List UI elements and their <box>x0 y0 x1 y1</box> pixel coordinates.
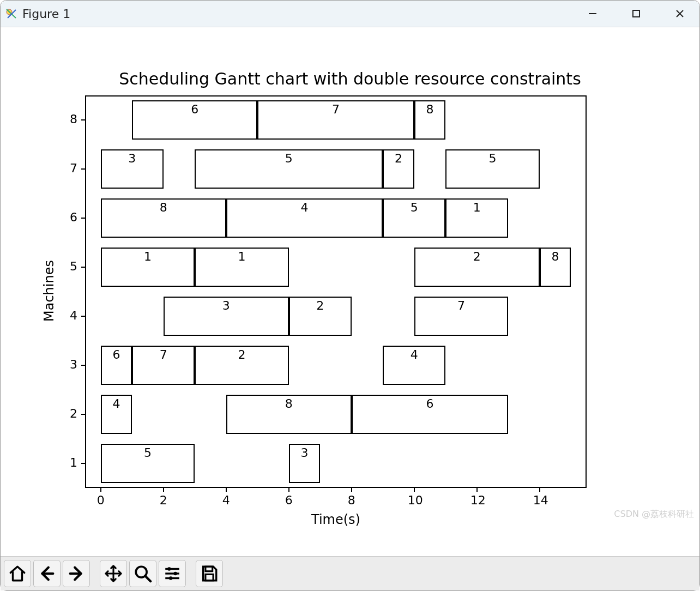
gantt-bar-label: 7 <box>332 102 340 116</box>
y-tick-mark <box>81 218 85 219</box>
zoom-button[interactable] <box>129 560 156 587</box>
y-tick-mark <box>81 463 85 464</box>
svg-line-6 <box>145 576 150 581</box>
gantt-bar: 6 <box>101 346 132 385</box>
x-tick-mark <box>539 488 540 492</box>
x-tick-label: 6 <box>282 493 295 507</box>
gantt-bar-label: 6 <box>426 397 434 411</box>
y-tick-label: 1 <box>64 456 77 469</box>
gantt-bar-label: 8 <box>160 201 167 214</box>
gantt-bar-label: 6 <box>191 102 198 116</box>
gantt-bar: 1 <box>195 248 289 287</box>
x-tick-mark <box>476 488 478 492</box>
y-axis-label: Machines <box>41 260 57 322</box>
pan-button[interactable] <box>100 560 127 587</box>
y-tick-label: 3 <box>64 358 77 371</box>
gantt-bar: 7 <box>257 100 414 140</box>
gantt-bar-label: 5 <box>285 152 293 165</box>
svg-rect-13 <box>206 566 213 571</box>
gantt-bar: 4 <box>383 346 445 385</box>
matplotlib-toolbar <box>1 556 699 590</box>
gantt-bar-label: 2 <box>316 299 324 312</box>
back-button[interactable] <box>33 560 61 587</box>
x-tick-mark <box>351 488 352 492</box>
save-button[interactable] <box>196 560 223 587</box>
svg-point-11 <box>173 572 177 576</box>
gantt-bar-label: 7 <box>160 348 167 361</box>
gantt-bar-label: 5 <box>144 446 152 460</box>
svg-point-12 <box>169 576 173 580</box>
forward-button[interactable] <box>63 560 90 587</box>
watermark-text: CSDN @荔枝科研社 <box>614 509 694 520</box>
y-tick-mark <box>81 168 85 170</box>
x-tick-label: 4 <box>220 493 233 507</box>
configure-subplots-button[interactable] <box>159 560 186 587</box>
x-tick-label: 0 <box>94 493 107 507</box>
y-tick-label: 7 <box>64 161 77 175</box>
x-tick-mark <box>414 488 415 492</box>
gantt-bar: 6 <box>352 395 509 434</box>
gantt-bar: 1 <box>101 248 195 287</box>
gantt-bar: 6 <box>132 100 257 140</box>
gantt-bar: 5 <box>195 149 383 189</box>
x-tick-label: 12 <box>470 493 484 507</box>
gantt-bar: 4 <box>226 198 383 238</box>
gantt-bar-label: 7 <box>457 299 465 312</box>
gantt-bar-label: 1 <box>144 250 152 263</box>
gantt-bar: 8 <box>101 198 226 238</box>
x-tick-mark <box>100 488 101 492</box>
x-axis-label: Time(s) <box>309 512 363 527</box>
gantt-bar: 3 <box>289 444 321 483</box>
app-icon <box>5 7 18 20</box>
gantt-bar: 2 <box>195 346 289 385</box>
gantt-bar: 7 <box>132 346 195 385</box>
gantt-bar: 5 <box>101 444 195 483</box>
titlebar: Figure 1 <box>1 1 699 27</box>
gantt-bar: 1 <box>445 198 508 238</box>
gantt-bar: 3 <box>164 297 289 336</box>
x-tick-mark <box>288 488 289 492</box>
gantt-bar-label: 3 <box>301 446 309 460</box>
y-tick-label: 5 <box>64 260 77 273</box>
minimize-button[interactable] <box>584 5 601 22</box>
gantt-bar: 8 <box>414 100 446 140</box>
y-tick-label: 4 <box>64 309 77 322</box>
x-tick-label: 2 <box>157 493 170 507</box>
figure-canvas[interactable]: Scheduling Gantt chart with double resou… <box>1 27 699 556</box>
svg-point-10 <box>167 567 171 571</box>
gantt-bar: 5 <box>445 149 540 189</box>
gantt-bar-label: 6 <box>113 348 120 361</box>
x-tick-label: 8 <box>345 493 358 507</box>
gantt-bar-label: 4 <box>411 348 418 361</box>
window-controls <box>584 5 695 22</box>
gantt-bar-label: 8 <box>426 102 434 116</box>
gantt-bar-label: 2 <box>395 152 402 165</box>
y-tick-label: 6 <box>64 210 77 224</box>
y-tick-mark <box>81 365 85 366</box>
gantt-bar: 8 <box>540 248 571 287</box>
gantt-bar: 4 <box>101 395 132 434</box>
gantt-bar-label: 4 <box>113 397 120 411</box>
y-tick-mark <box>81 119 85 120</box>
gantt-bar-label: 4 <box>301 201 309 214</box>
gantt-bar-label: 1 <box>238 250 246 263</box>
gantt-bar-label: 8 <box>285 397 293 411</box>
gantt-bar-label: 2 <box>238 348 246 361</box>
gantt-bar: 2 <box>383 149 414 189</box>
y-tick-mark <box>81 267 85 268</box>
x-tick-mark <box>226 488 227 492</box>
close-button[interactable] <box>671 5 689 22</box>
gantt-bar: 8 <box>226 395 352 434</box>
gantt-bar: 2 <box>289 297 352 336</box>
x-tick-mark <box>163 488 164 492</box>
x-tick-label: 10 <box>408 493 421 507</box>
gantt-bar: 7 <box>414 297 509 336</box>
home-button[interactable] <box>4 560 31 587</box>
gantt-bar-label: 3 <box>222 299 230 312</box>
gantt-bar-label: 5 <box>411 201 418 214</box>
gantt-bar: 3 <box>101 149 164 189</box>
window-title: Figure 1 <box>22 7 70 21</box>
y-tick-label: 2 <box>64 407 77 420</box>
svg-rect-2 <box>633 10 639 17</box>
maximize-button[interactable] <box>627 5 645 22</box>
